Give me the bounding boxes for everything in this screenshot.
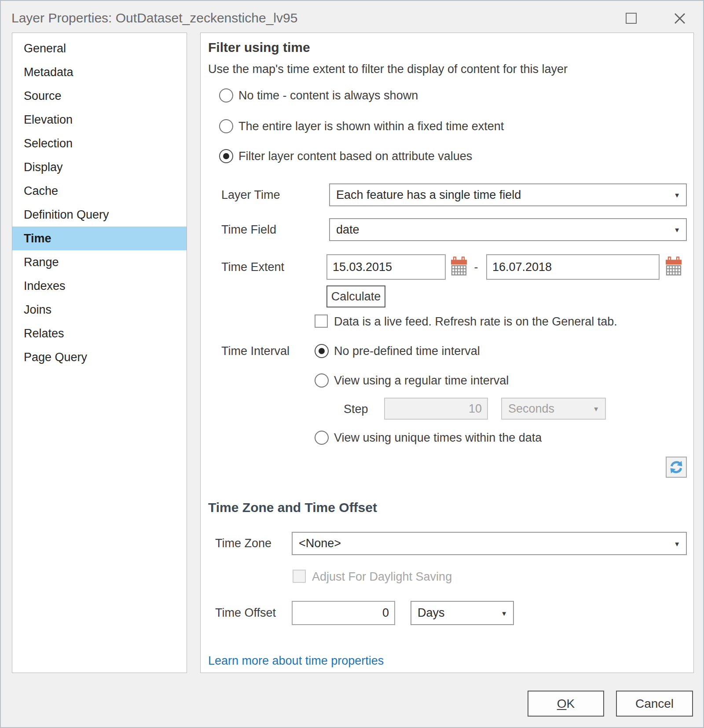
cancel-button[interactable]: Cancel <box>616 691 693 717</box>
layer-properties-dialog: Layer Properties: OutDataset_zeckenstich… <box>0 0 704 728</box>
time-extent-end-input[interactable] <box>486 254 660 280</box>
maximize-icon[interactable] <box>626 13 637 24</box>
live-feed-checkbox[interactable] <box>315 315 328 328</box>
dialog-title: Layer Properties: OutDataset_zeckenstich… <box>11 11 297 26</box>
radio-no-time[interactable] <box>219 88 233 102</box>
radio-regular-interval-label[interactable]: View using a regular time interval <box>334 374 509 387</box>
time-settings-panel: Filter using time Use the map's time ext… <box>200 33 694 673</box>
radio-regular-interval[interactable] <box>315 373 329 388</box>
ok-button-accesskey: O <box>557 697 567 711</box>
time-zone-heading: Time Zone and Time Offset <box>208 500 377 515</box>
ok-button-rest: K <box>567 697 575 711</box>
radio-fixed-extent-label[interactable]: The entire layer is shown within a fixed… <box>238 120 504 133</box>
time-field-label: Time Field <box>221 223 276 236</box>
radio-no-predefined-interval[interactable] <box>315 344 329 358</box>
step-input[interactable] <box>384 398 488 420</box>
step-unit-value: Seconds <box>508 402 554 415</box>
sidebar-item-elevation[interactable]: Elevation <box>12 108 187 132</box>
radio-no-predefined-interval-label[interactable]: No pre-defined time interval <box>334 344 480 358</box>
calculate-button[interactable]: Calculate <box>326 285 385 307</box>
live-feed-label[interactable]: Data is a live feed. Refresh rate is on … <box>334 315 617 328</box>
sidebar-item-metadata[interactable]: Metadata <box>12 60 187 84</box>
chevron-down-icon: ▼ <box>674 192 680 198</box>
time-zone-value: <None> <box>299 537 341 550</box>
sidebar-item-display[interactable]: Display <box>12 155 187 179</box>
radio-filter-attributes-label[interactable]: Filter layer content based on attribute … <box>238 150 472 163</box>
time-offset-label: Time Offset <box>215 606 276 619</box>
daylight-saving-label: Adjust For Daylight Saving <box>312 570 452 583</box>
chevron-down-icon: ▼ <box>674 227 680 233</box>
time-zone-label: Time Zone <box>215 537 271 550</box>
close-icon[interactable] <box>672 11 687 26</box>
learn-more-link[interactable]: Learn more about time properties <box>208 654 384 668</box>
radio-filter-attributes[interactable] <box>219 149 233 163</box>
refresh-button[interactable] <box>666 457 687 478</box>
ok-button[interactable]: OK <box>528 691 604 717</box>
time-extent-separator: - <box>470 260 482 274</box>
time-extent-start-input[interactable] <box>326 254 446 280</box>
sidebar-item-joins[interactable]: Joins <box>12 298 187 322</box>
sidebar-item-relates[interactable]: Relates <box>12 322 187 345</box>
layer-time-value: Each feature has a single time field <box>336 188 521 201</box>
sidebar: General Metadata Source Elevation Select… <box>12 33 187 673</box>
radio-unique-times[interactable] <box>315 431 329 445</box>
calendar-icon[interactable] <box>451 256 467 276</box>
sidebar-item-general[interactable]: General <box>12 37 187 60</box>
filter-heading: Filter using time <box>208 40 310 55</box>
daylight-saving-checkbox[interactable] <box>293 570 306 583</box>
sidebar-item-selection[interactable]: Selection <box>12 132 187 155</box>
sidebar-item-definition-query[interactable]: Definition Query <box>12 203 187 227</box>
refresh-icon <box>669 460 684 475</box>
chevron-down-icon: ▼ <box>593 406 599 412</box>
radio-unique-times-label[interactable]: View using unique times within the data <box>334 431 542 444</box>
time-field-value: date <box>336 223 359 236</box>
radio-fixed-extent[interactable] <box>219 119 233 133</box>
radio-no-time-label[interactable]: No time - content is always shown <box>238 89 418 102</box>
sidebar-item-time[interactable]: Time <box>12 227 187 250</box>
sidebar-item-page-query[interactable]: Page Query <box>12 345 187 369</box>
sidebar-item-range[interactable]: Range <box>12 250 187 274</box>
calendar-icon[interactable] <box>665 256 682 276</box>
layer-time-label: Layer Time <box>221 188 280 201</box>
time-offset-input[interactable] <box>292 601 395 625</box>
chevron-down-icon: ▼ <box>501 610 507 616</box>
filter-subtitle: Use the map's time extent to filter the … <box>208 62 568 76</box>
sidebar-item-cache[interactable]: Cache <box>12 179 187 203</box>
time-interval-label: Time Interval <box>221 344 290 358</box>
time-offset-unit-select[interactable]: Days ▼ <box>411 601 514 625</box>
step-unit-select[interactable]: Seconds ▼ <box>501 398 606 420</box>
chevron-down-icon: ▼ <box>674 540 680 547</box>
sidebar-item-source[interactable]: Source <box>12 84 187 108</box>
sidebar-item-indexes[interactable]: Indexes <box>12 274 187 298</box>
time-field-select[interactable]: date ▼ <box>329 218 687 241</box>
step-label: Step <box>344 402 368 416</box>
time-offset-unit-value: Days <box>418 606 445 619</box>
time-zone-select[interactable]: <None> ▼ <box>292 532 687 555</box>
layer-time-select[interactable]: Each feature has a single time field ▼ <box>329 183 687 206</box>
time-extent-label: Time Extent <box>221 260 284 274</box>
